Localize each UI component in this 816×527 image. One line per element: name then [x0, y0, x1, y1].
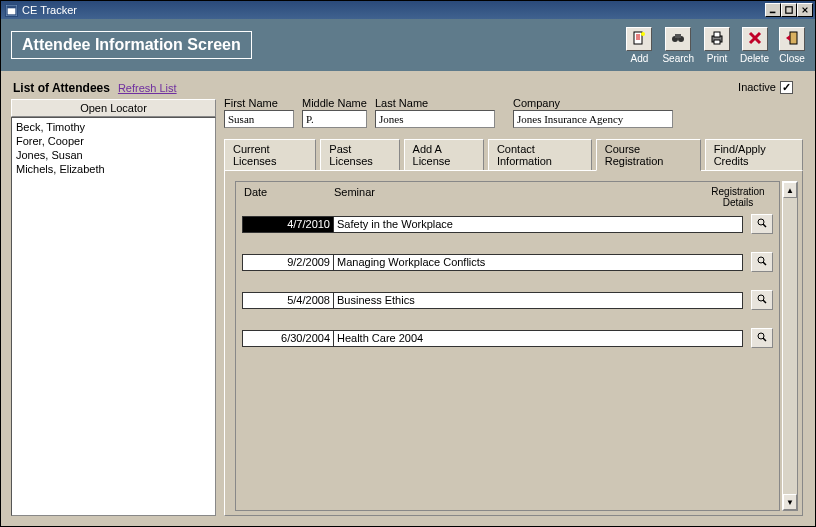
add-button[interactable]: Add: [626, 27, 652, 64]
magnifier-icon: [756, 293, 768, 307]
delete-button[interactable]: Delete: [740, 27, 769, 64]
col-date: Date: [242, 186, 334, 208]
tab-find-apply-credits[interactable]: Find/Apply Credits: [705, 139, 803, 171]
company-label: Company: [513, 97, 673, 109]
app-icon: [5, 4, 18, 17]
magnifier-icon: [756, 255, 768, 269]
inactive-row: Inactive ✓: [224, 79, 803, 95]
header-strip: Attendee Information Screen Add Search P…: [1, 19, 815, 71]
main-area: List of Attendees Refresh List Open Loca…: [1, 71, 815, 526]
tab-contact-information[interactable]: Contact Information: [488, 139, 592, 171]
close-button[interactable]: Close: [779, 27, 805, 64]
document-add-icon: [631, 30, 647, 48]
toolbar: Add Search Print Delete Close: [626, 27, 805, 64]
seminar-cell[interactable]: Business Ethics: [334, 292, 743, 309]
magnifier-icon: [756, 217, 768, 231]
detail-panel: Inactive ✓ First Name Middle Name Last N…: [224, 79, 803, 516]
tab-current-licenses[interactable]: Current Licenses: [224, 139, 316, 171]
name-fields: First Name Middle Name Last Name Company: [224, 97, 803, 128]
svg-marker-20: [786, 35, 790, 41]
svg-rect-19: [790, 32, 797, 44]
registration-grid: Date Seminar RegistrationDetails 4/7/201…: [235, 181, 780, 511]
svg-rect-6: [634, 32, 642, 44]
vertical-scrollbar[interactable]: ▲ ▼: [782, 181, 798, 511]
seminar-cell[interactable]: Managing Workplace Conflicts: [334, 254, 743, 271]
delete-x-icon: [747, 30, 763, 48]
inactive-checkbox[interactable]: ✓: [780, 81, 793, 94]
refresh-list-link[interactable]: Refresh List: [118, 82, 177, 94]
tab-add-license[interactable]: Add A License: [404, 139, 484, 171]
date-cell[interactable]: 6/30/2004: [242, 330, 334, 347]
print-button[interactable]: Print: [704, 27, 730, 64]
last-name-label: Last Name: [375, 97, 495, 109]
scroll-down-button[interactable]: ▼: [783, 494, 797, 510]
last-name-field[interactable]: [375, 110, 495, 128]
date-cell[interactable]: 9/2/2009: [242, 254, 334, 271]
middle-name-label: Middle Name: [302, 97, 367, 109]
svg-rect-13: [675, 34, 681, 38]
col-details: RegistrationDetails: [703, 186, 773, 208]
details-button[interactable]: [751, 328, 773, 348]
attendee-panel: List of Attendees Refresh List Open Loca…: [11, 79, 216, 516]
seminar-cell[interactable]: Health Care 2004: [334, 330, 743, 347]
company-field[interactable]: [513, 110, 673, 128]
magnifier-icon: [756, 331, 768, 345]
tab-strip: Current Licenses Past Licenses Add A Lic…: [224, 138, 803, 170]
svg-rect-2: [770, 12, 776, 14]
table-row: 9/2/2009 Managing Workplace Conflicts: [242, 252, 773, 272]
table-row: 6/30/2004 Health Care 2004: [242, 328, 773, 348]
inactive-label: Inactive: [738, 81, 776, 93]
middle-name-field[interactable]: [302, 110, 367, 128]
minimize-button[interactable]: [765, 3, 781, 17]
titlebar: CE Tracker: [1, 1, 815, 19]
svg-line-22: [763, 224, 766, 227]
tab-past-licenses[interactable]: Past Licenses: [320, 139, 399, 171]
table-row: 4/7/2010 Safety in the Workplace: [242, 214, 773, 234]
app-window: CE Tracker Attendee Information Screen A…: [0, 0, 816, 527]
list-item[interactable]: Michels, Elizabeth: [16, 162, 211, 176]
svg-rect-3: [786, 7, 792, 13]
list-item[interactable]: Beck, Timothy: [16, 120, 211, 134]
list-item[interactable]: Jones, Susan: [16, 148, 211, 162]
binoculars-icon: [670, 30, 686, 48]
details-button[interactable]: [751, 214, 773, 234]
svg-rect-1: [7, 6, 16, 8]
exit-door-icon: [784, 30, 800, 48]
tab-course-registration[interactable]: Course Registration: [596, 139, 701, 171]
date-cell[interactable]: 5/4/2008: [242, 292, 334, 309]
date-cell[interactable]: 4/7/2010: [242, 216, 334, 233]
svg-point-10: [641, 32, 645, 36]
tab-panel: Date Seminar RegistrationDetails 4/7/201…: [224, 170, 803, 516]
window-title: CE Tracker: [22, 4, 77, 16]
list-item[interactable]: Forer, Cooper: [16, 134, 211, 148]
printer-icon: [709, 30, 725, 48]
details-button[interactable]: [751, 252, 773, 272]
svg-rect-16: [714, 40, 720, 44]
maximize-button[interactable]: [781, 3, 797, 17]
details-button[interactable]: [751, 290, 773, 310]
page-title: Attendee Information Screen: [11, 31, 252, 59]
col-seminar: Seminar: [334, 186, 703, 208]
search-button[interactable]: Search: [662, 27, 694, 64]
table-row: 5/4/2008 Business Ethics: [242, 290, 773, 310]
svg-rect-15: [714, 32, 720, 37]
svg-line-26: [763, 300, 766, 303]
first-name-label: First Name: [224, 97, 294, 109]
scroll-up-button[interactable]: ▲: [783, 182, 797, 198]
attendee-list-title: List of Attendees: [13, 81, 110, 95]
seminar-cell[interactable]: Safety in the Workplace: [334, 216, 743, 233]
attendee-list[interactable]: Beck, Timothy Forer, Cooper Jones, Susan…: [11, 117, 216, 516]
first-name-field[interactable]: [224, 110, 294, 128]
open-locator-button[interactable]: Open Locator: [11, 99, 216, 117]
close-window-button[interactable]: [797, 3, 813, 17]
svg-line-24: [763, 262, 766, 265]
svg-line-28: [763, 338, 766, 341]
